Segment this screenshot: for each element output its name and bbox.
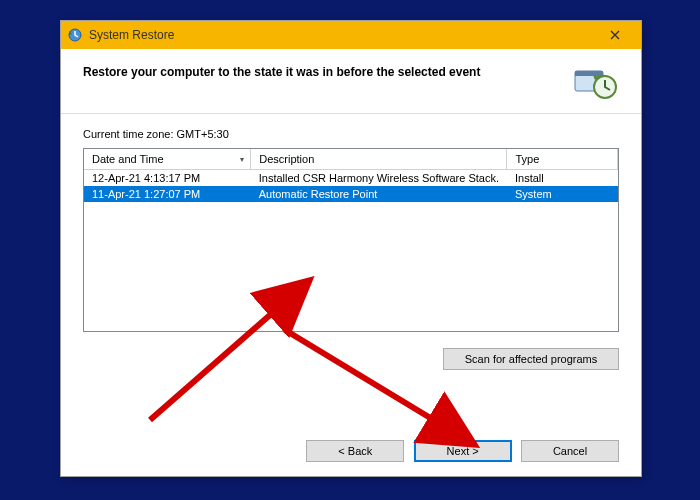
back-button[interactable]: < Back [306,440,404,462]
col-date-label: Date and Time [92,153,164,165]
titlebar: System Restore [61,21,641,49]
svg-rect-2 [575,71,603,76]
header: Restore your computer to the state it wa… [61,49,641,114]
col-type-label: Type [515,153,539,165]
page-heading: Restore your computer to the state it wa… [83,63,571,79]
scan-row: Scan for affected programs [61,338,641,370]
cell-date: 11-Apr-21 1:27:07 PM [84,186,251,202]
restore-points-table[interactable]: Date and Time ▾ Description Type 12-Apr-… [83,148,619,332]
restore-icon [67,27,83,43]
col-type[interactable]: Type [507,149,618,170]
system-restore-dialog: System Restore Restore your computer to … [60,20,642,477]
col-date[interactable]: Date and Time ▾ [84,149,251,170]
cell-desc: Automatic Restore Point [251,186,507,202]
close-button[interactable] [595,24,635,46]
window-title: System Restore [89,28,595,42]
restore-large-icon [571,63,619,103]
cell-type: Install [507,170,618,187]
close-icon [610,30,620,40]
col-desc-label: Description [259,153,314,165]
table-row[interactable]: 11-Apr-21 1:27:07 PM Automatic Restore P… [84,186,618,202]
cell-date: 12-Apr-21 4:13:17 PM [84,170,251,187]
body: Current time zone: GMT+5:30 Date and Tim… [61,114,641,338]
scan-affected-button[interactable]: Scan for affected programs [443,348,619,370]
next-button[interactable]: Next > [414,440,512,462]
footer-buttons: < Back Next > Cancel [300,440,619,462]
col-description[interactable]: Description [251,149,507,170]
cell-type: System [507,186,618,202]
sort-desc-icon: ▾ [240,155,244,164]
cell-desc: Installed CSR Harmony Wireless Software … [251,170,507,187]
timezone-label: Current time zone: GMT+5:30 [83,128,619,140]
table-header-row: Date and Time ▾ Description Type [84,149,618,170]
table-row[interactable]: 12-Apr-21 4:13:17 PM Installed CSR Harmo… [84,170,618,187]
cancel-button[interactable]: Cancel [521,440,619,462]
